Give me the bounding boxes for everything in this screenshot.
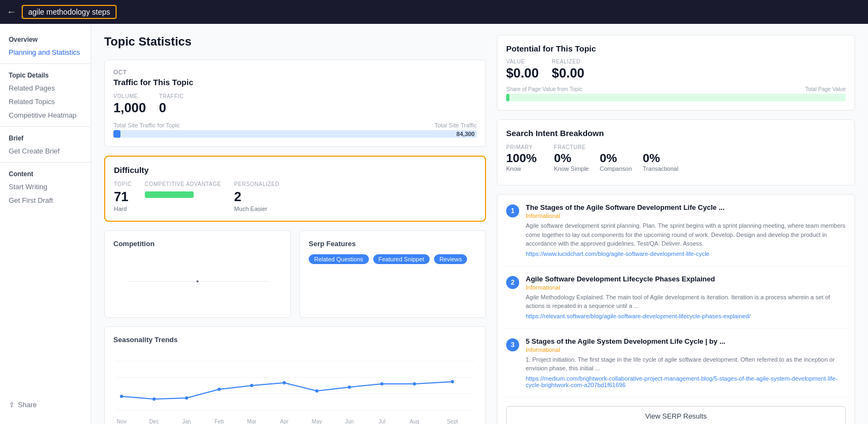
serp-title-1[interactable]: The Stages of the Agile Software Develop… xyxy=(526,203,846,211)
comp-adv-label: COMPETITIVE ADVANTAGE xyxy=(145,181,221,187)
svg-point-9 xyxy=(218,388,221,391)
serp-tag-related-questions[interactable]: Related Questions xyxy=(309,254,369,264)
green-bar-left-label: Share of Page Value from Topic xyxy=(506,86,582,92)
svg-point-10 xyxy=(250,384,253,387)
svg-text:Dec: Dec xyxy=(149,419,159,424)
personalized-sub: Much Easier xyxy=(234,205,279,212)
serp-content-1: The Stages of the Agile Software Develop… xyxy=(526,203,846,257)
serp-title-2[interactable]: Agile Software Development Lifecycle Pha… xyxy=(526,275,846,283)
serp-tag-reviews[interactable]: Reviews xyxy=(434,254,468,264)
traffic-metric: TRAFFIC 0 xyxy=(159,93,184,115)
competition-title: Competition xyxy=(113,240,282,248)
sidebar-item-competitive-heatmap[interactable]: Competitive Heatmap xyxy=(0,108,91,122)
serp-content-3: 5 Stages of the Agile System Development… xyxy=(526,337,846,388)
intent-fracture-section: FRACTURE 0% Know Simple 0% Comparison xyxy=(554,144,678,172)
intent-f3-sub: Transactional xyxy=(643,165,679,172)
green-bar-track xyxy=(506,94,846,101)
personalized-metric: PERSONALIZED 2 Much Easier xyxy=(234,181,279,212)
serp-tags: Related Questions Featured Snippet Revie… xyxy=(309,254,477,264)
bar-right-label: Total Site Traffic xyxy=(435,122,477,129)
svg-point-11 xyxy=(283,381,286,384)
traffic-label: TRAFFIC xyxy=(159,93,184,99)
topbar: ← agile methodology steps xyxy=(0,0,868,24)
sidebar-item-start-writing[interactable]: Start Writing xyxy=(0,180,91,194)
svg-text:May: May xyxy=(312,419,322,424)
svg-text:Jun: Jun xyxy=(345,419,354,424)
seasonality-card: Seasonality Trends xyxy=(104,326,486,424)
green-bar-labels: Share of Page Value from Topic Total Pag… xyxy=(506,86,846,92)
difficulty-title: Difficulty xyxy=(114,165,476,175)
sidebar-item-get-create-brief[interactable]: Get Create Brief xyxy=(0,144,91,158)
serp-features-title: Serp Features xyxy=(309,240,477,248)
share-label: Share xyxy=(18,401,37,409)
svg-point-16 xyxy=(451,380,454,383)
difficulty-card: Difficulty TOPIC 71 Hard COMPETITIVE ADV… xyxy=(104,156,486,222)
serp-rank-3: 3 xyxy=(506,338,519,351)
traffic-bar-container: Total Site Traffic for Topic Total Site … xyxy=(113,122,477,138)
potential-card: Potential for This Topic VALUE $0.00 REA… xyxy=(497,35,855,111)
sidebar-divider-2 xyxy=(0,126,91,127)
difficulty-metrics: TOPIC 71 Hard COMPETITIVE ADVANTAGE PERS… xyxy=(114,181,476,212)
svg-text:Jan: Jan xyxy=(182,419,191,424)
sidebar-item-get-first-draft[interactable]: Get First Draft xyxy=(0,194,91,207)
intent-fracture-section-label: FRACTURE xyxy=(554,144,678,150)
intent-f2-value: 0% xyxy=(599,151,631,165)
potential-realized-amount: $0.00 xyxy=(552,66,584,81)
left-column: Topic Statistics OCT Traffic for This To… xyxy=(104,35,486,413)
serp-desc-2: Agile Methodology Explained. The main to… xyxy=(526,293,846,311)
traffic-metrics: VOLUME 1,000 TRAFFIC 0 xyxy=(113,93,477,115)
traffic-value: 0 xyxy=(159,100,184,115)
traffic-title: Traffic for This Topic xyxy=(113,78,477,87)
serp-type-2: Informational xyxy=(526,284,846,291)
svg-point-15 xyxy=(413,382,416,386)
intent-title: Search Intent Breakdown xyxy=(506,129,846,138)
intent-f1-value: 0% xyxy=(554,151,589,165)
serp-result-2: 2 Agile Software Development Lifecycle P… xyxy=(506,275,846,329)
topic-difficulty-metric: TOPIC 71 Hard xyxy=(114,181,132,212)
potential-title: Potential for This Topic xyxy=(506,44,846,53)
comp-adv-metric: COMPETITIVE ADVANTAGE xyxy=(145,181,221,198)
svg-point-6 xyxy=(120,395,123,398)
back-button[interactable]: ← xyxy=(7,7,16,18)
sidebar-divider-1 xyxy=(0,63,91,64)
serp-url-1[interactable]: https://www.lucidchart.com/blog/agile-so… xyxy=(526,250,846,257)
serp-title-3[interactable]: 5 Stages of the Agile System Development… xyxy=(526,337,846,345)
topic-diff-value: 71 xyxy=(114,189,132,204)
sidebar: Overview Planning and Statistics Topic D… xyxy=(0,24,91,424)
serp-rank-2: 2 xyxy=(506,276,519,289)
intent-card: Search Intent Breakdown PRIMARY 100% Kno… xyxy=(497,119,855,185)
intent-primary-sub: Know xyxy=(506,165,537,172)
topic-diff-label: TOPIC xyxy=(114,181,132,187)
sidebar-divider-3 xyxy=(0,162,91,163)
sidebar-item-planning[interactable]: Planning and Statistics xyxy=(0,46,91,59)
traffic-bar-track: 84,300 xyxy=(113,130,477,138)
intent-primary-section: PRIMARY 100% Know xyxy=(506,144,537,172)
svg-point-8 xyxy=(185,396,188,400)
month-label: OCT xyxy=(113,69,477,75)
serp-url-2[interactable]: https://relevant.software/blog/agile-sof… xyxy=(526,313,846,319)
comp-adv-bar xyxy=(145,191,194,198)
sidebar-share[interactable]: ⇪ Share xyxy=(0,394,91,415)
seasonality-title: Seasonality Trends xyxy=(113,336,477,344)
serp-rank-1: 1 xyxy=(506,204,519,217)
topic-title: agile methodology steps xyxy=(22,5,117,19)
sidebar-item-related-pages[interactable]: Related Pages xyxy=(0,81,91,95)
intent-primary-item: 100% Know xyxy=(506,151,537,172)
serp-tag-featured-snippet[interactable]: Featured Snippet xyxy=(373,254,430,264)
serp-url-3[interactable]: https://medium.com/brightwork-collaborat… xyxy=(526,375,846,388)
serp-type-1: Informational xyxy=(526,213,846,219)
page-title: Topic Statistics xyxy=(104,35,486,49)
potential-realized-group: REALIZED $0.00 xyxy=(552,59,584,81)
sidebar-item-related-topics[interactable]: Related Topics xyxy=(0,95,91,108)
sidebar-brief-label: Brief xyxy=(0,131,91,144)
serp-desc-3: 1. Project initiation. The first stage i… xyxy=(526,355,846,373)
main-content: Topic Statistics OCT Traffic for This To… xyxy=(91,24,868,424)
right-column: Potential for This Topic VALUE $0.00 REA… xyxy=(497,35,855,413)
serp-desc-1: Agile software development sprint planni… xyxy=(526,221,846,248)
green-bar-right-label: Total Page Value xyxy=(805,86,846,92)
topic-diff-sub: Hard xyxy=(114,205,132,212)
serp-result-1: 1 The Stages of the Agile Software Devel… xyxy=(506,203,846,266)
green-bar-fill xyxy=(506,94,509,101)
sidebar-overview-label: Overview xyxy=(0,33,91,46)
view-serp-button[interactable]: View SERP Results xyxy=(506,406,846,425)
